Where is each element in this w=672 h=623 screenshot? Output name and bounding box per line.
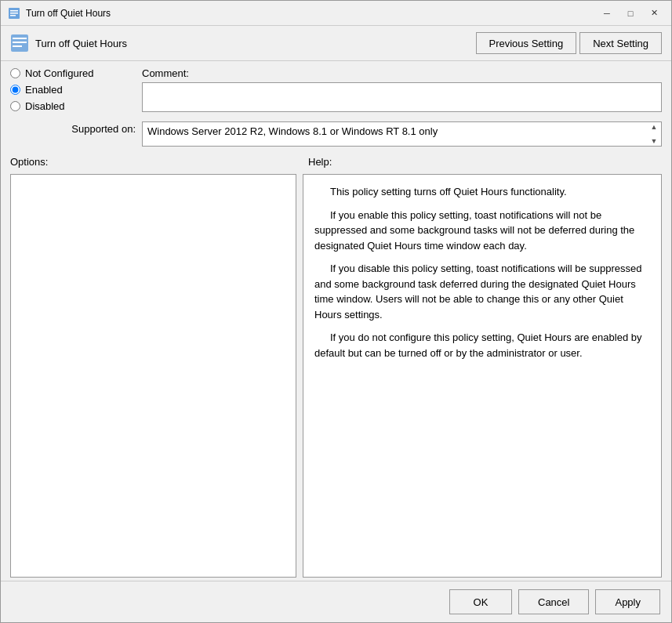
title-bar: Turn off Quiet Hours ─ □ ✕ — [1, 1, 671, 26]
help-para-3: If you disable this policy setting, toas… — [314, 261, 650, 322]
not-configured-radio[interactable] — [10, 68, 20, 78]
disabled-label[interactable]: Disabled — [25, 100, 65, 112]
window-icon — [7, 6, 21, 20]
help-para-1: This policy setting turns off Quiet Hour… — [314, 184, 650, 200]
svg-rect-7 — [13, 45, 22, 47]
header-row: Turn off Quiet Hours Previous Setting Ne… — [1, 26, 671, 61]
radio-group: Not Configured Enabled Disabled — [10, 67, 136, 112]
options-help-labels: Options: Help: — [1, 153, 671, 171]
panels-row: This policy setting turns off Quiet Hour… — [1, 171, 671, 581]
dialog-window: Turn off Quiet Hours ─ □ ✕ Turn off Quie… — [0, 0, 672, 623]
ok-button[interactable]: OK — [449, 589, 512, 614]
header-title: Turn off Quiet Hours — [35, 38, 476, 49]
svg-rect-2 — [10, 13, 18, 14]
help-para-2: If you enable this policy setting, toast… — [314, 208, 650, 254]
content-area: Not Configured Enabled Disabled Comment:… — [1, 61, 671, 581]
footer: OK Cancel Apply — [1, 581, 671, 622]
disabled-option[interactable]: Disabled — [10, 100, 136, 112]
comment-label: Comment: — [142, 67, 662, 79]
top-section: Not Configured Enabled Disabled Comment: — [1, 61, 671, 118]
window-title: Turn off Quiet Hours — [26, 8, 596, 19]
header-icon — [10, 34, 29, 53]
supported-value: Windows Server 2012 R2, Windows 8.1 or W… — [142, 121, 662, 147]
scroll-down-arrow[interactable]: ▼ — [648, 137, 660, 145]
supported-label: Supported on: — [10, 121, 136, 135]
previous-setting-button[interactable]: Previous Setting — [476, 32, 577, 54]
help-label: Help: — [308, 156, 662, 168]
comment-textarea[interactable] — [142, 82, 662, 112]
enabled-label[interactable]: Enabled — [25, 84, 63, 96]
scroll-up-arrow[interactable]: ▲ — [648, 123, 660, 131]
options-label: Options: — [10, 156, 308, 168]
cancel-button[interactable]: Cancel — [518, 589, 589, 614]
disabled-radio[interactable] — [10, 101, 20, 111]
help-para-4: If you do not configure this policy sett… — [314, 330, 650, 360]
svg-rect-3 — [10, 15, 16, 16]
help-panel: This policy setting turns off Quiet Hour… — [303, 174, 662, 578]
supported-row: Supported on: Windows Server 2012 R2, Wi… — [1, 118, 671, 153]
minimize-button[interactable]: ─ — [596, 5, 618, 22]
svg-rect-6 — [13, 42, 27, 43]
svg-rect-5 — [13, 38, 27, 39]
close-button[interactable]: ✕ — [643, 5, 665, 22]
not-configured-option[interactable]: Not Configured — [10, 67, 136, 79]
next-setting-button[interactable]: Next Setting — [579, 32, 662, 54]
nav-buttons: Previous Setting Next Setting — [476, 32, 663, 54]
enabled-option[interactable]: Enabled — [10, 84, 136, 96]
maximize-button[interactable]: □ — [619, 5, 641, 22]
svg-rect-1 — [10, 10, 18, 12]
options-panel — [10, 174, 296, 578]
apply-button[interactable]: Apply — [595, 589, 660, 614]
not-configured-label[interactable]: Not Configured — [25, 67, 93, 79]
enabled-radio[interactable] — [10, 85, 20, 95]
comment-section: Comment: — [142, 67, 662, 112]
window-controls: ─ □ ✕ — [596, 5, 665, 22]
supported-box-wrap: Windows Server 2012 R2, Windows 8.1 or W… — [142, 121, 662, 147]
